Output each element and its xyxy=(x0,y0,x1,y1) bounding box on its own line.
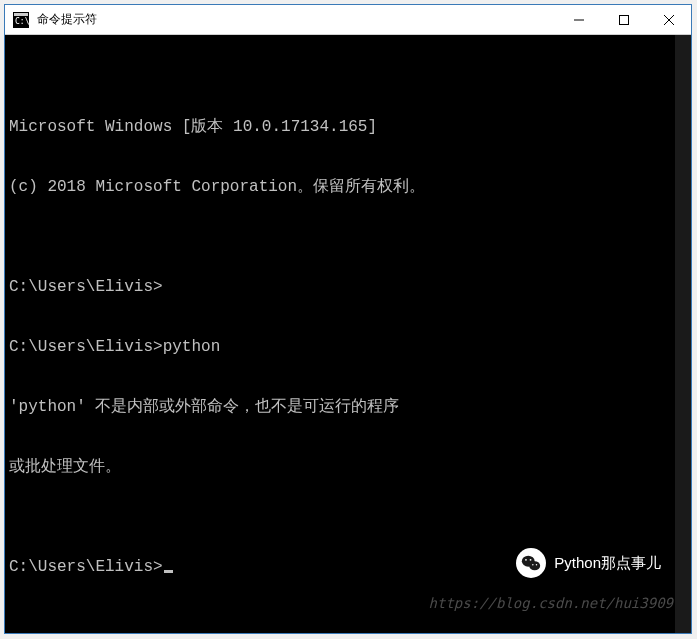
terminal-line: C:\Users\Elivis>python xyxy=(9,337,687,357)
wechat-badge: Python那点事儿 xyxy=(516,548,661,578)
command-prompt-window: C:\ 命令提示符 Microso xyxy=(4,4,692,634)
watermark-text: https://blog.csdn.net/hui3909 xyxy=(429,593,673,613)
terminal-prompt: C:\Users\Elivis> xyxy=(9,558,163,576)
svg-rect-4 xyxy=(619,15,628,24)
cmd-icon: C:\ xyxy=(13,12,29,28)
terminal-scrollbar[interactable] xyxy=(675,35,691,633)
terminal-line: (c) 2018 Microsoft Corporation。保留所有权利。 xyxy=(9,177,687,197)
svg-rect-1 xyxy=(14,13,28,16)
terminal-output: Microsoft Windows [版本 10.0.17134.165] (c… xyxy=(9,77,687,617)
terminal-line: Microsoft Windows [版本 10.0.17134.165] xyxy=(9,117,687,137)
terminal-area[interactable]: Microsoft Windows [版本 10.0.17134.165] (c… xyxy=(5,35,691,633)
svg-point-9 xyxy=(525,559,527,561)
svg-text:C:\: C:\ xyxy=(15,17,29,26)
close-button[interactable] xyxy=(646,5,691,34)
svg-point-10 xyxy=(530,559,532,561)
window-title: 命令提示符 xyxy=(37,11,556,28)
terminal-line: 'python' 不是内部或外部命令，也不是可运行的程序 xyxy=(9,397,687,417)
terminal-line: 或批处理文件。 xyxy=(9,457,687,477)
svg-point-12 xyxy=(536,564,537,565)
svg-point-11 xyxy=(532,564,533,565)
minimize-button[interactable] xyxy=(556,5,601,34)
wechat-icon xyxy=(516,548,546,578)
terminal-line: C:\Users\Elivis> xyxy=(9,277,687,297)
svg-point-8 xyxy=(529,561,540,570)
wechat-badge-text: Python那点事儿 xyxy=(554,553,661,573)
titlebar[interactable]: C:\ 命令提示符 xyxy=(5,5,691,35)
terminal-cursor xyxy=(164,570,173,573)
maximize-button[interactable] xyxy=(601,5,646,34)
window-controls xyxy=(556,5,691,34)
